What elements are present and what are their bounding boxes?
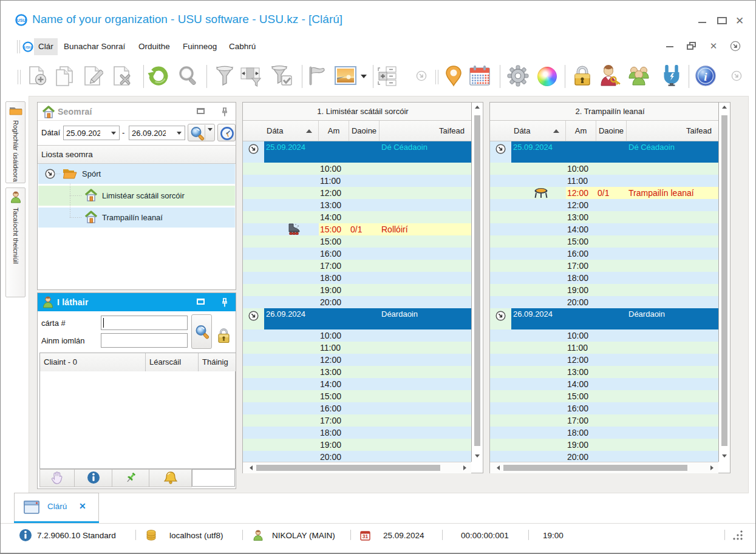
time-slot-row[interactable]: 20:00 — [490, 451, 718, 462]
combo-dropdown-icon[interactable] — [174, 126, 185, 140]
rooms-panel-pin-button[interactable] — [220, 107, 229, 116]
lock-button[interactable] — [572, 66, 593, 87]
time-slot-row[interactable]: 10:00 — [490, 163, 718, 175]
bell-button[interactable] — [149, 469, 192, 487]
copy-record-button[interactable] — [54, 66, 75, 87]
rooms-search-splitbutton[interactable] — [188, 124, 215, 141]
people-column-header[interactable]: Daoine — [596, 121, 627, 141]
tree-row-room-1[interactable]: Limistéar scátáil sorcóir — [38, 186, 235, 206]
arrived-col-header[interactable]: Tháinig — [199, 353, 236, 371]
menu-bunachar-sonra-[interactable]: Bunachar Sonraí — [60, 38, 129, 55]
time-slot-row[interactable]: 19:00 — [243, 439, 471, 451]
rooms-panel-restore-button[interactable] — [197, 108, 205, 114]
time-column-header[interactable]: Am — [319, 121, 349, 141]
toolbar-grip[interactable] — [435, 70, 438, 84]
time-slot-row[interactable]: 11:00 — [243, 342, 471, 354]
window-maximize-button[interactable] — [716, 15, 729, 27]
time-slot-row[interactable]: 14:00 — [490, 378, 718, 390]
time-slot-row[interactable]: 15:00 — [490, 390, 718, 402]
horizontal-scroll-thumb[interactable] — [256, 465, 440, 471]
group-row[interactable]: 25.09.2024 Dé Céadaoin — [490, 141, 718, 163]
present-search-button[interactable] — [191, 314, 212, 349]
info-button-small[interactable] — [75, 469, 112, 487]
time-slot-row[interactable]: 11:00 — [490, 342, 718, 354]
scroll-up-icon[interactable] — [722, 106, 727, 109]
time-slot-row[interactable]: 10:00 — [243, 329, 471, 342]
overflow-chevron-disabled[interactable] — [416, 71, 427, 82]
full-name-input[interactable] — [101, 333, 188, 348]
time-slot-row[interactable]: 17:00 — [490, 260, 718, 272]
edit-record-button[interactable] — [83, 66, 103, 87]
present-panel-restore-button[interactable] — [197, 299, 205, 305]
plug-button[interactable] — [661, 66, 682, 87]
hand-button[interactable] — [39, 469, 75, 487]
time-slot-row[interactable]: 20:00 — [243, 296, 471, 308]
menu-orduithe[interactable]: Orduithe — [134, 38, 174, 55]
record-column-header[interactable]: Taifead — [627, 121, 719, 141]
group-expand-icon[interactable] — [495, 311, 506, 323]
vertical-scroll-thumb[interactable] — [721, 115, 727, 446]
flag-button[interactable] — [307, 66, 327, 87]
time-slot-row[interactable]: 14:00 — [490, 223, 718, 235]
settings-button[interactable] — [508, 66, 528, 87]
menu-cl-r[interactable]: Clár — [34, 38, 58, 55]
time-slot-row[interactable]: 15:00 — [243, 235, 471, 248]
time-slot-row[interactable]: 17:00 — [243, 260, 471, 272]
time-slot-row[interactable]: 19:00 — [490, 284, 718, 296]
scroll-up-icon[interactable] — [475, 106, 480, 109]
group-expand-icon[interactable] — [248, 144, 259, 156]
time-slot-row[interactable]: 12:00 — [490, 199, 718, 211]
mdi-restore-button[interactable] — [687, 42, 696, 50]
horizontal-scrollbar[interactable] — [490, 462, 718, 473]
resize-grip[interactable] — [732, 530, 743, 541]
horizontal-scrollbar[interactable] — [243, 462, 471, 473]
horizontal-scroll-thumb[interactable] — [503, 465, 687, 471]
time-slot-row[interactable]: 11:00 — [243, 175, 471, 187]
date-to-combobox[interactable]: 26.09.2024 — [129, 126, 185, 140]
present-panel-pin-button-white[interactable] — [220, 297, 229, 306]
colors-button[interactable] — [537, 66, 557, 87]
clients-col-header[interactable]: Cliaint - 0 — [40, 353, 146, 371]
time-slot-row[interactable]: 16:00 — [490, 402, 718, 414]
time-slot-row[interactable]: 10:00 — [490, 329, 718, 342]
time-slot-row[interactable]: 11:00 — [490, 175, 718, 187]
add-record-button[interactable] — [27, 66, 48, 87]
time-slot-row[interactable]: 16:00 — [243, 248, 471, 260]
time-slot-row[interactable]: 16:00 — [243, 402, 471, 414]
time-slot-row[interactable]: 13:00 — [490, 211, 718, 223]
combo-dropdown-icon[interactable] — [108, 126, 119, 140]
saved-filter-button[interactable] — [271, 66, 292, 87]
vertical-scrollbar[interactable] — [718, 103, 730, 462]
card-number-input[interactable] — [101, 316, 188, 330]
map-pin-button[interactable] — [443, 66, 464, 87]
vertical-scrollbar[interactable] — [471, 103, 483, 462]
filter-button[interactable] — [214, 66, 235, 87]
side-tab-user-menu[interactable]: Roghchlár úsáideora — [5, 101, 26, 183]
scroll-left-icon[interactable] — [250, 465, 253, 470]
users-button[interactable] — [628, 66, 649, 87]
time-slot-row[interactable]: 15:00 — [490, 235, 718, 248]
time-slot-row[interactable]: 14:00 — [243, 211, 471, 223]
tree-row-room-2[interactable]: Trampailín leanaí — [38, 208, 235, 228]
tree-row-sport[interactable]: Spórt — [38, 164, 235, 184]
time-slot-row[interactable]: 17:00 — [490, 414, 718, 427]
record-column-header[interactable]: Taifead — [380, 121, 472, 141]
time-slot-row[interactable]: 14:00 — [243, 378, 471, 390]
time-slot-row[interactable]: 10:00 — [243, 163, 471, 175]
scroll-down-icon[interactable] — [475, 454, 480, 458]
date-from-combobox[interactable]: 25.09.2024 — [63, 126, 120, 140]
refresh-button[interactable] — [148, 66, 169, 87]
user-key-button[interactable] — [599, 66, 620, 87]
time-slot-row[interactable]: 12:00 — [490, 354, 718, 366]
scroll-left-icon[interactable] — [497, 465, 500, 470]
group-expand-icon[interactable] — [248, 311, 259, 323]
vertical-scroll-thumb[interactable] — [474, 115, 480, 446]
present-counter-box[interactable] — [192, 469, 235, 487]
calendar-button[interactable] — [469, 66, 490, 87]
toolbar-grip[interactable] — [18, 70, 21, 84]
group-row[interactable]: 26.09.2024 Déardaoin — [243, 308, 471, 329]
time-slot-row[interactable]: 18:00 — [490, 427, 718, 439]
info-button[interactable]: i — [695, 66, 716, 87]
pin-green-button[interactable] — [112, 469, 149, 487]
time-slot-row[interactable]: 19:00 — [243, 284, 471, 296]
